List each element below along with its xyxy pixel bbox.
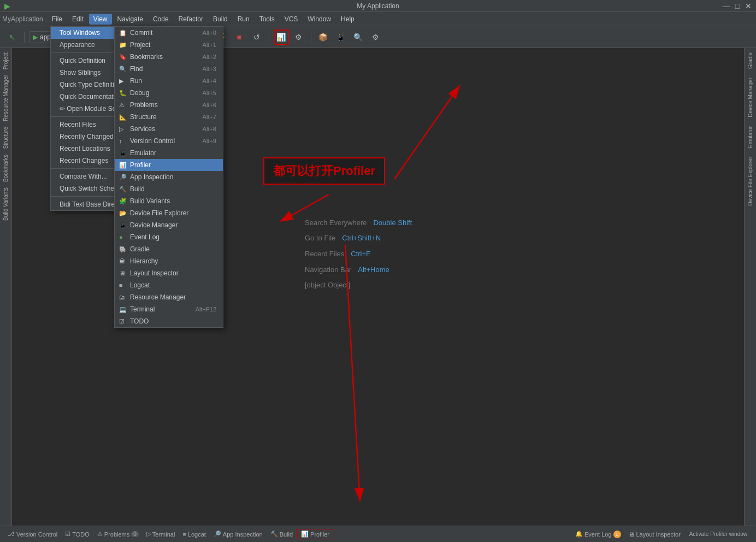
build-variants-icon: 🧩	[119, 198, 127, 205]
problems-submenu-icon: ⚠	[119, 102, 125, 109]
submenu-event-log[interactable]: ● Event Log	[115, 231, 223, 243]
submenu-debug[interactable]: 🐛 Debug Alt+5	[115, 87, 223, 99]
menu-window[interactable]: Window	[303, 14, 335, 25]
submenu-find[interactable]: 🔍 Find Alt+3	[115, 63, 223, 75]
find-icon: 🔍	[119, 66, 127, 73]
menu-run[interactable]: Run	[233, 14, 254, 25]
status-problems[interactable]: ⚠ Problems 0	[94, 529, 142, 539]
sidebar-device-manager-tab[interactable]: Device Manager	[746, 75, 754, 120]
submenu-emulator[interactable]: 📱 Emulator	[115, 147, 223, 159]
sidebar-project-tab[interactable]: Project	[2, 50, 10, 72]
maximize-btn[interactable]: □	[734, 3, 741, 9]
stop-btn[interactable]: ■	[232, 30, 247, 45]
sidebar-bookmarks-tab[interactable]: Bookmarks	[2, 152, 10, 184]
submenu-resource-manager[interactable]: 🗂 Resource Manager	[115, 291, 223, 303]
sidebar-build-variants-tab[interactable]: Build Variants	[2, 185, 10, 223]
sidebar-resource-tab[interactable]: Resource Manager	[2, 73, 10, 123]
bookmarks-icon: 🔖	[119, 54, 127, 61]
version-control-submenu-icon: ↕	[119, 138, 122, 144]
menu-tools[interactable]: Tools	[255, 14, 279, 25]
submenu-device-file-explorer[interactable]: 📂 Device File Explorer	[115, 207, 223, 219]
submenu-todo[interactable]: ☑ TODO	[115, 315, 223, 327]
device-manager-btn[interactable]: 📱	[333, 30, 349, 45]
submenu-profiler[interactable]: 📊 Profiler	[115, 159, 223, 171]
window-title: My Application	[357, 2, 399, 10]
menu-vcs[interactable]: VCS	[280, 14, 303, 25]
tool-windows-submenu[interactable]: 📋 Commit Alt+0 📁 Project Alt+1 🔖 Bookmar…	[114, 26, 223, 328]
emulator-icon: 📱	[119, 150, 127, 157]
todo-submenu-icon: ☑	[119, 318, 125, 325]
attach-profiler-btn[interactable]: ⚙	[291, 30, 306, 45]
minimize-btn[interactable]: —	[723, 3, 730, 9]
menu-view[interactable]: View	[89, 14, 112, 25]
search-btn[interactable]: 🔍	[351, 30, 366, 45]
menu-navigate[interactable]: Navigate	[113, 14, 147, 25]
sidebar-structure-tab[interactable]: Structure	[2, 125, 10, 151]
submenu-commit[interactable]: 📋 Commit Alt+0	[115, 27, 223, 39]
menu-edit[interactable]: Edit	[68, 14, 88, 25]
app-inspection-icon: 🔎	[214, 531, 221, 538]
submenu-gradle[interactable]: 🐘 Gradle	[115, 243, 223, 255]
profiler-submenu-icon: 📊	[119, 162, 127, 169]
submenu-project[interactable]: 📁 Project Alt+1	[115, 39, 223, 51]
submenu-logcat[interactable]: ≡ Logcat	[115, 279, 223, 291]
annotation-box: 都可以打开Profiler	[263, 157, 385, 185]
hint-drop-files: [object Object]	[305, 278, 412, 293]
status-profiler[interactable]: 📊 Profiler	[297, 529, 333, 539]
submenu-hierarchy[interactable]: 🏛 Hierarchy	[115, 255, 223, 267]
status-todo[interactable]: ☑ TODO	[62, 529, 93, 539]
submenu-app-inspection[interactable]: 🔎 App Inspection	[115, 171, 223, 183]
menu-bar: MyApplication File Edit View Navigate Co…	[0, 12, 756, 26]
build-submenu-icon: 🔨	[119, 186, 127, 193]
event-log-icon: 🔔	[575, 531, 583, 538]
version-control-icon: ⎇	[8, 531, 15, 538]
menu-refactor[interactable]: Refactor	[174, 14, 208, 25]
status-build[interactable]: 🔨 Build	[267, 529, 296, 539]
terminal-submenu-icon: 💻	[119, 306, 127, 313]
recent-files-shortcut: Ctrl+E	[351, 246, 370, 262]
close-btn[interactable]: ✕	[745, 3, 752, 9]
menu-code[interactable]: Code	[149, 14, 173, 25]
submenu-version-control[interactable]: ↕ Version Control Alt+9	[115, 135, 223, 147]
menu-file[interactable]: File	[48, 14, 67, 25]
resource-manager-icon: 🗂	[119, 294, 125, 301]
submenu-build-variants[interactable]: 🧩 Build Variants	[115, 195, 223, 207]
toolbar-sep-4	[269, 32, 269, 43]
submenu-run[interactable]: ▶ Run Alt+4	[115, 75, 223, 87]
status-event-log[interactable]: 🔔 Event Log 1	[572, 529, 624, 539]
profiler-toolbar-btn[interactable]: 📊	[274, 30, 289, 45]
sidebar-device-file-explorer-tab[interactable]: Device File Explorer	[746, 155, 754, 208]
sidebar-gradle-tab[interactable]: Gradle	[746, 50, 754, 71]
menu-help[interactable]: Help	[336, 14, 359, 25]
sync-btn[interactable]: ↺	[249, 30, 264, 45]
submenu-device-manager[interactable]: 📱 Device Manager	[115, 219, 223, 231]
settings-btn[interactable]: ⚙	[368, 30, 383, 45]
status-app-inspection[interactable]: 🔎 App Inspection	[210, 529, 266, 539]
toolbar-sep-1	[24, 32, 25, 43]
submenu-structure[interactable]: 📐 Structure Alt+7	[115, 111, 223, 123]
hierarchy-icon: 🏛	[119, 258, 125, 264]
menu-build[interactable]: Build	[209, 14, 232, 25]
drop-files-label: [object Object]	[305, 278, 350, 293]
submenu-problems[interactable]: ⚠ Problems Alt+6	[115, 99, 223, 111]
status-layout-inspector[interactable]: 🖥 Layout Inspector	[625, 530, 684, 539]
problems-icon: ⚠	[97, 531, 103, 538]
annotation-text: 都可以打开Profiler	[273, 164, 375, 178]
sdk-manager-btn[interactable]: 📦	[316, 30, 331, 45]
services-icon: ▷	[119, 126, 123, 133]
sidebar-emulator-tab[interactable]: Emulator	[746, 124, 754, 150]
navigation-bar-shortcut: Alt+Home	[358, 262, 389, 278]
submenu-layout-inspector[interactable]: 🖥 Layout Inspector	[115, 267, 223, 279]
status-logcat[interactable]: ≡ Logcat	[179, 530, 209, 539]
window-controls: — □ ✕	[723, 3, 752, 9]
submenu-services[interactable]: ▷ Services Alt+8	[115, 123, 223, 135]
submenu-build[interactable]: 🔨 Build	[115, 183, 223, 195]
logcat-icon: ≡	[182, 531, 186, 538]
toolbar-cursor-btn[interactable]: ↖	[4, 30, 20, 45]
submenu-bookmarks[interactable]: 🔖 Bookmarks Alt+2	[115, 51, 223, 63]
status-terminal[interactable]: ▷ Terminal	[143, 529, 179, 539]
svg-line-1	[394, 85, 460, 179]
submenu-terminal[interactable]: 💻 Terminal Alt+F12	[115, 303, 223, 315]
go-to-file-label: Go to File	[305, 231, 335, 246]
status-version-control[interactable]: ⎇ Version Control	[4, 529, 61, 539]
